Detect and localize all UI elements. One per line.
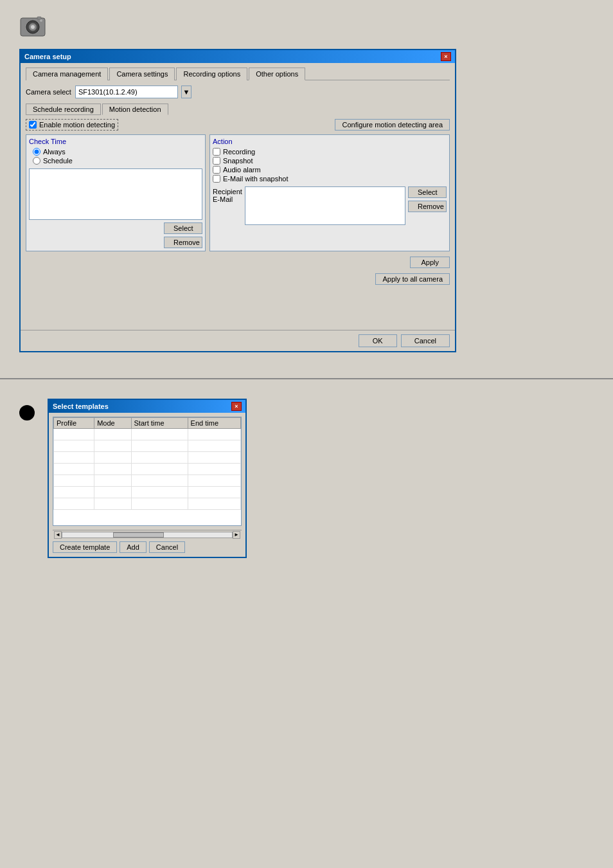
camera-setup-dialog: Camera setup × Camera management Camera … — [19, 49, 456, 352]
select-templates-title: Select templates — [53, 402, 109, 410]
scroll-track[interactable] — [62, 532, 233, 538]
action-snapshot[interactable]: Snapshot — [213, 157, 447, 165]
radio-schedule[interactable]: Schedule — [33, 157, 202, 165]
recording-checkbox[interactable] — [213, 148, 220, 156]
action-select-btn[interactable]: Select — [408, 186, 447, 198]
check-time-label: Check Time — [29, 138, 202, 145]
templates-footer: Create template Add Cancel — [49, 539, 245, 557]
scroll-left-btn[interactable]: ◄ — [54, 531, 62, 539]
bullet-circle — [19, 405, 35, 420]
enable-motion-label[interactable]: Enable motion detecting — [26, 119, 118, 131]
table-row — [54, 440, 241, 452]
table-row — [54, 429, 241, 440]
action-checkboxes: Recording Snapshot Audio alarm E-Ma — [213, 148, 447, 183]
left-buttons: Select Remove — [29, 222, 202, 248]
col-profile: Profile — [54, 418, 94, 429]
col-start-time: Start time — [131, 418, 188, 429]
configure-motion-btn[interactable]: Configure motion detecting area — [335, 119, 450, 131]
close-button[interactable]: × — [441, 52, 451, 61]
col-mode: Mode — [94, 418, 131, 429]
recipient-row: RecipientE-Mail Select Remove — [213, 186, 447, 225]
tab-camera-management[interactable]: Camera management — [26, 68, 108, 80]
add-btn[interactable]: Add — [120, 541, 147, 553]
motion-header: Enable motion detecting Configure motion… — [26, 119, 450, 131]
templates-table-container: Profile Mode Start time End time — [49, 417, 245, 539]
table-row — [54, 452, 241, 464]
check-time-panel: Check Time Always Schedule Select — [26, 134, 206, 251]
motion-body: Check Time Always Schedule Select — [26, 134, 450, 251]
tab-recording-options[interactable]: Recording options — [176, 68, 247, 80]
radio-always[interactable]: Always — [33, 148, 202, 156]
dialog-footer: OK Cancel — [21, 330, 455, 351]
recipient-label: RecipientE-Mail — [213, 188, 242, 203]
section-divider — [0, 378, 613, 379]
select-templates-close-btn[interactable]: × — [231, 402, 242, 411]
action-audio-alarm[interactable]: Audio alarm — [213, 166, 447, 174]
horizontal-scrollbar[interactable]: ◄ ► — [53, 530, 242, 539]
action-remove-btn[interactable]: Remove — [408, 201, 447, 212]
table-row — [54, 464, 241, 475]
ok-btn[interactable]: OK — [359, 334, 397, 347]
action-panel: Action Recording Snapshot Audio alarm — [209, 134, 450, 251]
tab-camera-settings[interactable]: Camera settings — [109, 68, 175, 80]
select-templates-titlebar: Select templates × — [49, 400, 245, 413]
radio-always-input[interactable] — [33, 148, 40, 156]
action-label: Action — [213, 138, 447, 145]
audio-alarm-checkbox[interactable] — [213, 166, 220, 174]
enable-motion-checkbox[interactable] — [29, 121, 37, 129]
apply-btn[interactable]: Apply — [410, 257, 450, 268]
table-row — [54, 475, 241, 487]
select-templates-dialog: Select templates × Profile Mode Start ti… — [48, 399, 247, 558]
cancel-templates-btn[interactable]: Cancel — [149, 541, 185, 553]
scroll-thumb[interactable] — [113, 532, 164, 538]
templates-table: Profile Mode Start time End time — [53, 417, 241, 510]
table-row — [54, 498, 241, 510]
templates-table-wrapper: Profile Mode Start time End time — [53, 417, 242, 526]
apply-row: Apply — [410, 257, 450, 268]
snapshot-checkbox[interactable] — [213, 157, 220, 165]
sub-tab-bar: Schedule recording Motion detection — [26, 104, 450, 115]
cancel-btn[interactable]: Cancel — [401, 334, 450, 347]
svg-point-5 — [40, 19, 42, 22]
dialog-titlebar: Camera setup × — [21, 50, 455, 63]
action-recording[interactable]: Recording — [213, 148, 447, 156]
apply-all-row: Apply to all camera — [375, 273, 450, 285]
scroll-right-btn[interactable]: ► — [233, 531, 240, 539]
dialog-content: Camera management Camera settings Record… — [21, 63, 455, 330]
apply-all-btn[interactable]: Apply to all camera — [375, 273, 450, 285]
svg-rect-4 — [37, 17, 41, 19]
tab-schedule-recording[interactable]: Schedule recording — [26, 104, 101, 115]
col-end-time: End time — [188, 418, 240, 429]
camera-select-input[interactable] — [75, 86, 178, 98]
schedule-remove-btn[interactable]: Remove — [164, 237, 202, 248]
svg-point-3 — [31, 25, 35, 29]
dialog-title: Camera setup — [24, 53, 71, 60]
action-email-snapshot[interactable]: E-Mail with snapshot — [213, 175, 447, 183]
email-snapshot-checkbox[interactable] — [213, 175, 220, 183]
radio-group: Always Schedule — [33, 148, 202, 165]
tab-motion-detection[interactable]: Motion detection — [102, 104, 168, 115]
camera-select-label: Camera select — [26, 88, 71, 96]
camera-select-row: Camera select ▼ — [26, 86, 450, 98]
camera-select-dropdown-arrow[interactable]: ▼ — [181, 86, 191, 98]
bottom-section: Select templates × Profile Mode Start ti… — [0, 392, 613, 577]
create-template-btn[interactable]: Create template — [53, 541, 117, 553]
action-side-buttons: Select Remove — [408, 186, 447, 212]
main-tab-bar: Camera management Camera settings Record… — [26, 67, 450, 80]
tab-other-options[interactable]: Other options — [249, 68, 305, 80]
top-section: Camera setup × Camera management Camera … — [0, 0, 613, 365]
recipient-list — [245, 186, 405, 225]
table-row — [54, 487, 241, 498]
schedule-select-btn[interactable]: Select — [164, 222, 202, 234]
schedule-list — [29, 168, 202, 220]
camera-app-icon — [19, 13, 594, 49]
radio-schedule-input[interactable] — [33, 157, 40, 165]
